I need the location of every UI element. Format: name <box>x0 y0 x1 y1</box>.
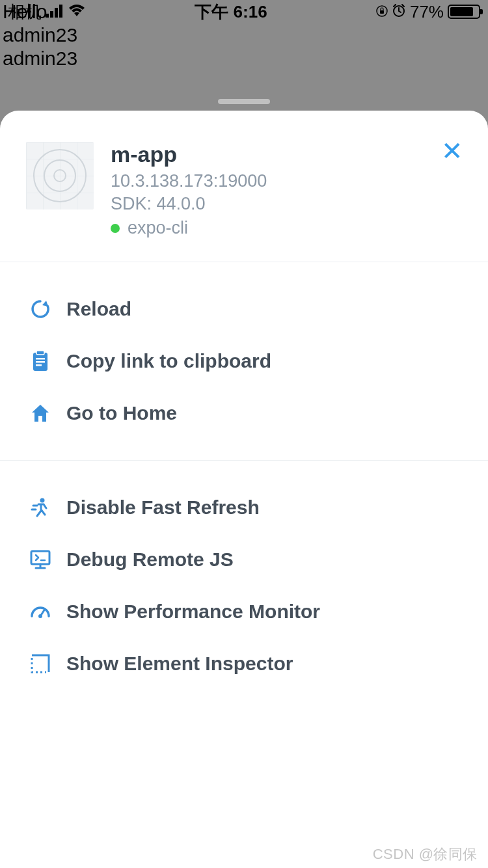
svg-rect-5 <box>380 10 384 14</box>
close-button[interactable]: ✕ <box>441 138 463 164</box>
battery-icon <box>448 5 480 19</box>
sheet-grabber[interactable] <box>218 99 270 104</box>
menu-label: Disable Fast Refresh <box>66 496 260 519</box>
menu-item-debug-remote-js[interactable]: Debug Remote JS <box>0 534 488 586</box>
gauge-icon <box>29 600 52 623</box>
battery-pct: 77% <box>410 2 444 22</box>
svg-rect-9 <box>36 358 45 360</box>
status-time: 下午 6:16 <box>195 1 267 23</box>
menu-item-performance-monitor[interactable]: Show Performance Monitor <box>0 586 488 638</box>
menu-label: Debug Remote JS <box>66 549 234 571</box>
lock-icon <box>376 2 388 22</box>
monitor-debug-icon <box>29 548 52 571</box>
background-app-text: Hello admin23 admin23 <box>3 0 77 70</box>
svg-rect-11 <box>36 364 42 366</box>
menu-item-go-home[interactable]: Go to Home <box>0 387 488 439</box>
bg-line2: admin23 <box>3 23 77 47</box>
menu-label: Go to Home <box>66 402 177 424</box>
clipboard-icon <box>29 349 52 373</box>
home-icon <box>29 401 52 425</box>
app-title: m-app <box>111 142 267 167</box>
menu-label: Show Performance Monitor <box>66 601 320 623</box>
sheet-header: m-app 10.3.138.173:19000 SDK: 44.0.0 exp… <box>0 111 488 262</box>
menu-item-copy-link[interactable]: Copy link to clipboard <box>0 335 488 387</box>
menu-item-reload[interactable]: Reload <box>0 283 488 335</box>
svg-rect-8 <box>36 351 44 355</box>
reload-icon <box>29 297 52 321</box>
menu-section-main: Reload Copy link to clipboard Go to Home <box>0 262 488 461</box>
dev-menu-sheet: m-app 10.3.138.173:19000 SDK: 44.0.0 exp… <box>0 111 488 868</box>
watermark: CSDN @徐同保 <box>373 845 478 864</box>
svg-point-12 <box>40 498 45 503</box>
menu-label: Copy link to clipboard <box>66 350 271 372</box>
menu-item-element-inspector[interactable]: Show Element Inspector <box>0 638 488 690</box>
app-sdk: SDK: 44.0.0 <box>111 194 267 214</box>
app-icon <box>26 142 94 210</box>
svg-rect-10 <box>36 361 45 363</box>
menu-label: Reload <box>66 298 131 320</box>
run-icon <box>29 496 52 519</box>
inspector-icon <box>29 652 52 675</box>
menu-label: Show Element Inspector <box>66 653 293 675</box>
menu-section-debug: Disable Fast Refresh Debug Remote JS Sho… <box>0 461 488 711</box>
menu-item-disable-fast-refresh[interactable]: Disable Fast Refresh <box>0 481 488 534</box>
alarm-icon <box>392 2 406 22</box>
bg-line1: Hello <box>3 0 77 23</box>
status-label: expo-cli <box>128 218 188 238</box>
status-dot-icon <box>111 224 120 233</box>
app-host: 10.3.138.173:19000 <box>111 171 267 191</box>
svg-rect-13 <box>31 551 49 564</box>
bg-line3: admin23 <box>3 47 77 70</box>
